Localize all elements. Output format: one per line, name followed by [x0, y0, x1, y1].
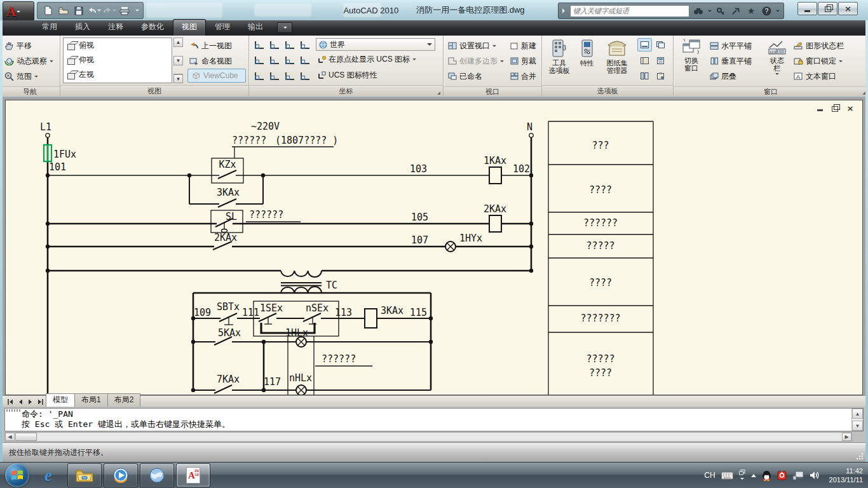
- tab-layout1[interactable]: 布局1: [74, 393, 108, 407]
- volume-tray-icon[interactable]: [810, 471, 820, 480]
- command-horizontal-scrollbar[interactable]: ◀ ▶: [4, 432, 852, 442]
- zoom-extents-button[interactable]: 范围: [3, 69, 57, 84]
- qat-customize-dropdown-icon[interactable]: [135, 10, 139, 13]
- drawing-restore-button[interactable]: [831, 104, 839, 112]
- tab-manage[interactable]: 管理: [206, 19, 239, 36]
- view-item-bottom[interactable]: 仰视: [64, 53, 172, 67]
- ribbon-minimize-button[interactable]: [277, 22, 292, 33]
- infocenter-search-input[interactable]: [570, 5, 689, 17]
- taskbar-autocad-button[interactable]: A2010: [176, 463, 210, 487]
- status-bar-button[interactable]: 123 状态 栏: [764, 37, 790, 85]
- quickcalc-palette-button[interactable]: [653, 54, 668, 67]
- antivirus-tray-icon[interactable]: [777, 470, 787, 480]
- panel-expand-icon[interactable]: [437, 92, 440, 95]
- ucs-face-button[interactable]: [282, 69, 297, 83]
- clip-viewport-button[interactable]: 剪裁: [508, 53, 539, 69]
- undo-button[interactable]: [87, 4, 101, 17]
- visual-styles-palette-button[interactable]: [653, 38, 668, 51]
- tab-home[interactable]: 常用: [33, 19, 66, 36]
- ucs-world-button[interactable]: [282, 38, 297, 51]
- drawing-canvas[interactable]: L1 N 1FUx 101 ~220V ?????? (1807???? ) K…: [5, 100, 863, 395]
- switch-windows-button[interactable]: 切换 窗口: [676, 37, 707, 85]
- new-button[interactable]: [41, 4, 55, 17]
- command-text[interactable]: 命令: '_PAN 按 Esc 或 Enter 键退出，或单击右键显示快捷菜单。: [22, 409, 850, 431]
- tile-vertically-button[interactable]: 垂直平铺: [708, 53, 763, 69]
- ime-toolbar-icon[interactable]: [739, 470, 745, 482]
- scroll-left-icon[interactable]: ◀: [5, 433, 15, 441]
- tab-layout2[interactable]: 布局2: [107, 393, 141, 407]
- tab-annotate[interactable]: 注释: [99, 19, 132, 36]
- search-scope-dropdown-icon[interactable]: [708, 10, 712, 14]
- tray-clock[interactable]: 11:42 2013/11/11: [825, 466, 863, 484]
- subscription-center-button[interactable]: [714, 4, 727, 17]
- save-button[interactable]: [72, 4, 86, 17]
- ucs-object-button[interactable]: [267, 69, 281, 83]
- tab-next-button[interactable]: [25, 397, 36, 407]
- tab-previous-button[interactable]: [15, 397, 25, 407]
- views-expand-button[interactable]: ▼: [173, 74, 183, 83]
- tab-view[interactable]: 视图: [173, 19, 206, 36]
- ucs-named-button[interactable]: [267, 38, 281, 51]
- view-item-left[interactable]: 左视: [64, 67, 172, 82]
- join-viewport-button[interactable]: 合并: [508, 69, 539, 84]
- ucs-combo[interactable]: 世界: [316, 38, 435, 51]
- previous-view-button[interactable]: 上一视图: [187, 38, 246, 53]
- ucs-y-button[interactable]: [267, 54, 281, 67]
- infocenter-collapse-icon[interactable]: [562, 8, 567, 13]
- qq-tray-icon[interactable]: [762, 470, 771, 481]
- show-ucs-icon-button[interactable]: 在原点处显示 UCS 图标: [316, 51, 440, 67]
- views-scroll-up-button[interactable]: ▲: [173, 37, 183, 47]
- markup-set-manager-button[interactable]: [653, 69, 668, 83]
- application-menu-button[interactable]: A: [3, 1, 34, 20]
- taskbar-internet-explorer-button[interactable]: e: [31, 463, 65, 487]
- scroll-up-icon[interactable]: ▲: [852, 409, 863, 419]
- communication-center-button[interactable]: [729, 4, 742, 17]
- ucs-x-button[interactable]: [252, 54, 266, 67]
- help-button[interactable]: ?: [760, 4, 773, 17]
- views-listbox[interactable]: 俯视 仰视 左视: [63, 37, 172, 83]
- pan-button[interactable]: 平移: [3, 38, 57, 53]
- restore-button[interactable]: [818, 2, 837, 15]
- taskbar-browser-globe-button[interactable]: [140, 463, 174, 487]
- open-button[interactable]: [57, 4, 71, 17]
- text-window-button[interactable]: A 文本窗口: [792, 69, 865, 84]
- keyboard-layout-icon[interactable]: [721, 471, 733, 480]
- command-line-palette-button[interactable]: [637, 38, 652, 51]
- drawing-close-button[interactable]: ×: [846, 104, 855, 112]
- viewcube-button[interactable]: ViewCube: [187, 69, 246, 83]
- ucs-z-button[interactable]: [282, 54, 297, 67]
- command-window-grip[interactable]: [6, 409, 20, 412]
- designcenter-palette-button[interactable]: [637, 54, 652, 67]
- drawing-status-bar-button[interactable]: 图形状态栏: [792, 38, 865, 53]
- command-history[interactable]: 命令: '_PAN 按 Esc 或 Enter 键退出，或单击右键显示快捷菜单。…: [4, 408, 864, 431]
- tab-insert[interactable]: 插入: [66, 19, 99, 36]
- named-viewports-button[interactable]: 已命名: [446, 69, 507, 84]
- taskbar-media-player-button[interactable]: [104, 463, 138, 487]
- tab-first-button[interactable]: [5, 397, 15, 407]
- create-polygonal-button[interactable]: 创建多边形: [446, 53, 507, 69]
- ucs-3point-button[interactable]: [297, 69, 312, 83]
- sheet-set-manager-button[interactable]: 图纸集 管理器: [600, 37, 634, 83]
- tab-output[interactable]: 输出: [239, 19, 272, 36]
- scroll-right-icon[interactable]: ▶: [842, 433, 851, 441]
- orbit-button[interactable]: 动态观察: [3, 53, 57, 69]
- set-viewports-button[interactable]: 设置视口: [446, 38, 507, 53]
- taskbar-explorer-button[interactable]: [67, 463, 102, 487]
- named-views-button[interactable]: 命名视图: [187, 53, 246, 69]
- search-button[interactable]: [692, 4, 705, 17]
- tile-horizontally-button[interactable]: 水平平铺: [708, 38, 763, 53]
- help-dropdown-icon[interactable]: [776, 10, 780, 14]
- tab-parametric[interactable]: 参数化: [132, 19, 173, 36]
- ucs-z-vector-button[interactable]: [297, 54, 312, 67]
- external-references-button[interactable]: [637, 69, 652, 83]
- window-lock-button[interactable]: 窗口锁定: [792, 53, 865, 69]
- ucs-previous-button[interactable]: [297, 38, 312, 51]
- tab-last-button[interactable]: [36, 397, 46, 407]
- view-item-top[interactable]: 俯视: [64, 38, 172, 53]
- tool-palettes-button[interactable]: 工具 选项板: [545, 37, 574, 83]
- close-button[interactable]: ×: [838, 2, 858, 15]
- ucs-button[interactable]: [252, 38, 266, 51]
- views-scroll-down-button[interactable]: ▼: [173, 56, 183, 65]
- command-vertical-scrollbar[interactable]: ▲ ▼: [851, 409, 863, 431]
- drawing-minimize-button[interactable]: [815, 104, 824, 112]
